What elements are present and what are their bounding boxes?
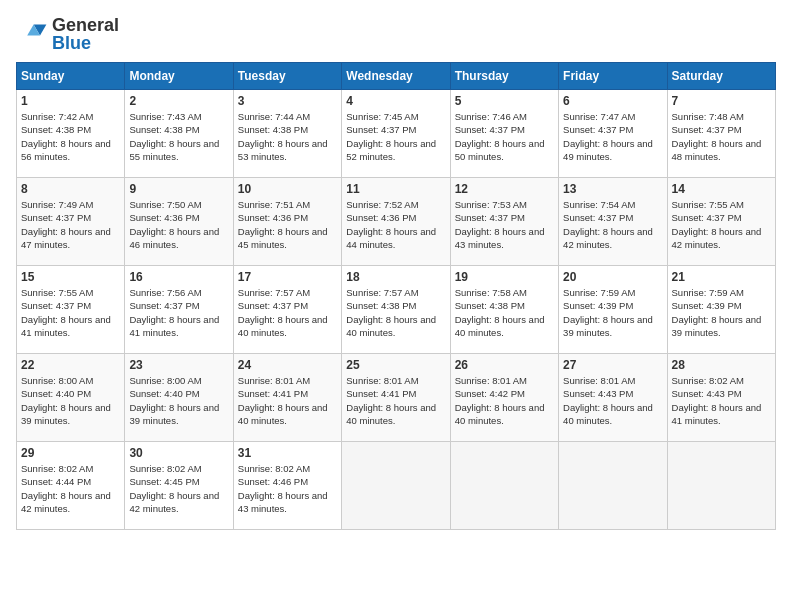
calendar-cell: 17Sunrise: 7:57 AMSunset: 4:37 PMDayligh… [233,266,341,354]
calendar-cell: 13Sunrise: 7:54 AMSunset: 4:37 PMDayligh… [559,178,667,266]
calendar-row-2: 15Sunrise: 7:55 AMSunset: 4:37 PMDayligh… [17,266,776,354]
day-info: Sunrise: 7:57 AMSunset: 4:37 PMDaylight:… [238,286,337,339]
day-info: Sunrise: 7:59 AMSunset: 4:39 PMDaylight:… [672,286,771,339]
calendar-row-3: 22Sunrise: 8:00 AMSunset: 4:40 PMDayligh… [17,354,776,442]
day-number: 19 [455,270,554,284]
calendar-cell: 9Sunrise: 7:50 AMSunset: 4:36 PMDaylight… [125,178,233,266]
day-number: 26 [455,358,554,372]
header: General Blue [16,16,776,52]
day-info: Sunrise: 7:56 AMSunset: 4:37 PMDaylight:… [129,286,228,339]
calendar-cell: 26Sunrise: 8:01 AMSunset: 4:42 PMDayligh… [450,354,558,442]
day-number: 16 [129,270,228,284]
day-number: 31 [238,446,337,460]
calendar-cell: 14Sunrise: 7:55 AMSunset: 4:37 PMDayligh… [667,178,775,266]
col-header-sunday: Sunday [17,63,125,90]
day-number: 14 [672,182,771,196]
day-number: 23 [129,358,228,372]
col-header-wednesday: Wednesday [342,63,450,90]
calendar-cell: 24Sunrise: 8:01 AMSunset: 4:41 PMDayligh… [233,354,341,442]
day-number: 2 [129,94,228,108]
day-number: 24 [238,358,337,372]
calendar-cell: 25Sunrise: 8:01 AMSunset: 4:41 PMDayligh… [342,354,450,442]
calendar-cell: 11Sunrise: 7:52 AMSunset: 4:36 PMDayligh… [342,178,450,266]
day-info: Sunrise: 8:01 AMSunset: 4:41 PMDaylight:… [346,374,445,427]
day-info: Sunrise: 7:43 AMSunset: 4:38 PMDaylight:… [129,110,228,163]
day-info: Sunrise: 8:02 AMSunset: 4:45 PMDaylight:… [129,462,228,515]
day-number: 15 [21,270,120,284]
day-number: 17 [238,270,337,284]
day-info: Sunrise: 7:50 AMSunset: 4:36 PMDaylight:… [129,198,228,251]
calendar-row-1: 8Sunrise: 7:49 AMSunset: 4:37 PMDaylight… [17,178,776,266]
day-info: Sunrise: 7:44 AMSunset: 4:38 PMDaylight:… [238,110,337,163]
day-info: Sunrise: 7:52 AMSunset: 4:36 PMDaylight:… [346,198,445,251]
day-info: Sunrise: 7:59 AMSunset: 4:39 PMDaylight:… [563,286,662,339]
day-number: 9 [129,182,228,196]
logo-text: General Blue [52,16,119,52]
calendar-cell: 1Sunrise: 7:42 AMSunset: 4:38 PMDaylight… [17,90,125,178]
day-info: Sunrise: 7:51 AMSunset: 4:36 PMDaylight:… [238,198,337,251]
calendar-cell: 6Sunrise: 7:47 AMSunset: 4:37 PMDaylight… [559,90,667,178]
calendar-cell: 29Sunrise: 8:02 AMSunset: 4:44 PMDayligh… [17,442,125,530]
calendar-body: 1Sunrise: 7:42 AMSunset: 4:38 PMDaylight… [17,90,776,530]
day-number: 27 [563,358,662,372]
day-info: Sunrise: 7:47 AMSunset: 4:37 PMDaylight:… [563,110,662,163]
calendar-cell: 27Sunrise: 8:01 AMSunset: 4:43 PMDayligh… [559,354,667,442]
calendar-cell: 23Sunrise: 8:00 AMSunset: 4:40 PMDayligh… [125,354,233,442]
col-header-thursday: Thursday [450,63,558,90]
day-info: Sunrise: 8:01 AMSunset: 4:43 PMDaylight:… [563,374,662,427]
calendar-cell: 28Sunrise: 8:02 AMSunset: 4:43 PMDayligh… [667,354,775,442]
day-number: 22 [21,358,120,372]
day-number: 29 [21,446,120,460]
day-info: Sunrise: 8:00 AMSunset: 4:40 PMDaylight:… [129,374,228,427]
day-number: 21 [672,270,771,284]
day-number: 3 [238,94,337,108]
day-number: 20 [563,270,662,284]
day-info: Sunrise: 7:42 AMSunset: 4:38 PMDaylight:… [21,110,120,163]
day-info: Sunrise: 8:00 AMSunset: 4:40 PMDaylight:… [21,374,120,427]
day-info: Sunrise: 8:02 AMSunset: 4:44 PMDaylight:… [21,462,120,515]
day-number: 8 [21,182,120,196]
day-info: Sunrise: 8:02 AMSunset: 4:46 PMDaylight:… [238,462,337,515]
day-info: Sunrise: 7:53 AMSunset: 4:37 PMDaylight:… [455,198,554,251]
day-info: Sunrise: 8:01 AMSunset: 4:41 PMDaylight:… [238,374,337,427]
day-number: 1 [21,94,120,108]
calendar-cell [559,442,667,530]
calendar-cell: 3Sunrise: 7:44 AMSunset: 4:38 PMDaylight… [233,90,341,178]
calendar-cell: 21Sunrise: 7:59 AMSunset: 4:39 PMDayligh… [667,266,775,354]
calendar-cell: 12Sunrise: 7:53 AMSunset: 4:37 PMDayligh… [450,178,558,266]
calendar-cell: 8Sunrise: 7:49 AMSunset: 4:37 PMDaylight… [17,178,125,266]
day-info: Sunrise: 7:57 AMSunset: 4:38 PMDaylight:… [346,286,445,339]
calendar-cell [450,442,558,530]
calendar-header-row: SundayMondayTuesdayWednesdayThursdayFrid… [17,63,776,90]
calendar-cell [667,442,775,530]
day-number: 12 [455,182,554,196]
day-info: Sunrise: 8:01 AMSunset: 4:42 PMDaylight:… [455,374,554,427]
page: General Blue SundayMondayTuesdayWednesda… [0,0,792,612]
day-info: Sunrise: 8:02 AMSunset: 4:43 PMDaylight:… [672,374,771,427]
col-header-friday: Friday [559,63,667,90]
day-number: 13 [563,182,662,196]
day-info: Sunrise: 7:49 AMSunset: 4:37 PMDaylight:… [21,198,120,251]
day-number: 25 [346,358,445,372]
calendar-row-0: 1Sunrise: 7:42 AMSunset: 4:38 PMDaylight… [17,90,776,178]
calendar-table: SundayMondayTuesdayWednesdayThursdayFrid… [16,62,776,530]
calendar-row-4: 29Sunrise: 8:02 AMSunset: 4:44 PMDayligh… [17,442,776,530]
col-header-saturday: Saturday [667,63,775,90]
calendar-cell: 31Sunrise: 8:02 AMSunset: 4:46 PMDayligh… [233,442,341,530]
calendar-cell [342,442,450,530]
day-number: 18 [346,270,445,284]
day-info: Sunrise: 7:46 AMSunset: 4:37 PMDaylight:… [455,110,554,163]
calendar-cell: 20Sunrise: 7:59 AMSunset: 4:39 PMDayligh… [559,266,667,354]
calendar-cell: 5Sunrise: 7:46 AMSunset: 4:37 PMDaylight… [450,90,558,178]
calendar-cell: 16Sunrise: 7:56 AMSunset: 4:37 PMDayligh… [125,266,233,354]
logo-icon [16,18,48,50]
day-info: Sunrise: 7:48 AMSunset: 4:37 PMDaylight:… [672,110,771,163]
col-header-tuesday: Tuesday [233,63,341,90]
calendar-cell: 4Sunrise: 7:45 AMSunset: 4:37 PMDaylight… [342,90,450,178]
calendar-cell: 10Sunrise: 7:51 AMSunset: 4:36 PMDayligh… [233,178,341,266]
day-info: Sunrise: 7:55 AMSunset: 4:37 PMDaylight:… [672,198,771,251]
day-number: 5 [455,94,554,108]
day-info: Sunrise: 7:54 AMSunset: 4:37 PMDaylight:… [563,198,662,251]
day-number: 4 [346,94,445,108]
calendar-cell: 7Sunrise: 7:48 AMSunset: 4:37 PMDaylight… [667,90,775,178]
